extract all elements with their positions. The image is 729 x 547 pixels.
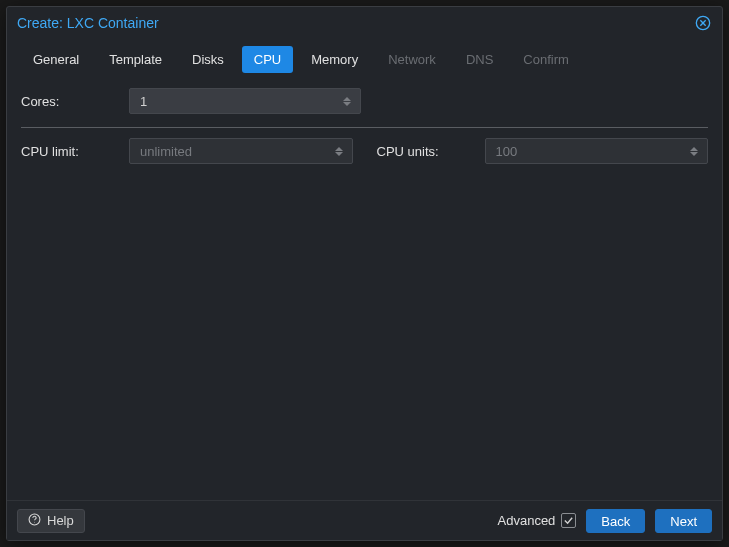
cpu-limit-input[interactable] — [129, 138, 353, 164]
create-lxc-modal: Create: LXC Container General Template D… — [6, 6, 723, 541]
cores-row: Cores: — [21, 85, 708, 117]
cpu-limit-stepper[interactable] — [335, 138, 347, 164]
tab-network: Network — [376, 46, 448, 73]
chevron-up-icon[interactable] — [343, 97, 351, 101]
cpu-units-label: CPU units: — [377, 144, 473, 159]
tab-content: Cores: CPU limit: — [7, 75, 722, 500]
tab-cpu[interactable]: CPU — [242, 46, 293, 73]
tab-memory[interactable]: Memory — [299, 46, 370, 73]
cpu-limit-col: CPU limit: — [21, 138, 353, 164]
help-button[interactable]: Help — [17, 509, 85, 533]
next-button[interactable]: Next — [655, 509, 712, 533]
cpu-limit-label: CPU limit: — [21, 144, 117, 159]
close-icon[interactable] — [694, 14, 712, 32]
cores-section: Cores: — [21, 85, 708, 128]
footer-right: Advanced Back Next — [498, 509, 712, 533]
titlebar: Create: LXC Container — [7, 7, 722, 37]
back-button[interactable]: Back — [586, 509, 645, 533]
tab-bar: General Template Disks CPU Memory Networ… — [7, 37, 722, 75]
cpu-units-spinner[interactable] — [485, 138, 709, 164]
tab-general[interactable]: General — [21, 46, 91, 73]
tab-disks[interactable]: Disks — [180, 46, 236, 73]
chevron-down-icon[interactable] — [335, 152, 343, 156]
cpu-units-col: CPU units: — [377, 138, 709, 164]
modal-title: Create: LXC Container — [17, 15, 159, 31]
tab-template[interactable]: Template — [97, 46, 174, 73]
cores-spinner[interactable] — [129, 88, 361, 114]
chevron-up-icon[interactable] — [335, 147, 343, 151]
advanced-cpu-row: CPU limit: CPU units: — [21, 138, 708, 164]
chevron-down-icon[interactable] — [690, 152, 698, 156]
chevron-down-icon[interactable] — [343, 102, 351, 106]
tab-dns: DNS — [454, 46, 505, 73]
footer: Help Advanced Back Next — [7, 500, 722, 540]
cores-stepper[interactable] — [343, 88, 355, 114]
footer-left: Help — [17, 509, 85, 533]
tab-confirm: Confirm — [511, 46, 581, 73]
advanced-toggle[interactable]: Advanced — [498, 513, 577, 528]
cpu-limit-spinner[interactable] — [129, 138, 353, 164]
help-label: Help — [47, 513, 74, 528]
check-icon — [563, 515, 574, 526]
svg-point-4 — [34, 521, 35, 522]
chevron-up-icon[interactable] — [690, 147, 698, 151]
advanced-label: Advanced — [498, 513, 556, 528]
cpu-units-input[interactable] — [485, 138, 709, 164]
help-icon — [28, 513, 41, 529]
cores-input[interactable] — [129, 88, 361, 114]
cores-label: Cores: — [21, 94, 117, 109]
cpu-units-stepper[interactable] — [690, 138, 702, 164]
advanced-checkbox[interactable] — [561, 513, 576, 528]
